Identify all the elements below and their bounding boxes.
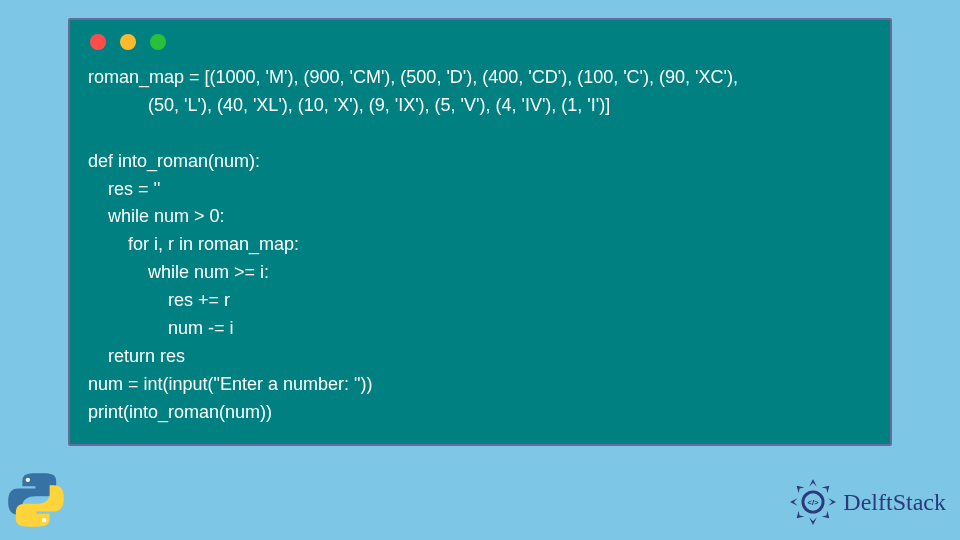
maximize-dot-icon (150, 34, 166, 50)
svg-marker-9 (797, 486, 805, 494)
delftstack-logo: </> DelftStack (789, 478, 946, 526)
svg-point-0 (26, 478, 30, 482)
code-block: roman_map = [(1000, 'M'), (900, 'CM'), (… (88, 64, 872, 427)
code-window: roman_map = [(1000, 'M'), (900, 'CM'), (… (68, 18, 892, 446)
window-controls (88, 34, 872, 50)
svg-text:</>: </> (808, 498, 820, 507)
svg-marker-6 (822, 486, 830, 494)
python-logo-icon (6, 470, 66, 530)
minimize-dot-icon (120, 34, 136, 50)
close-dot-icon (90, 34, 106, 50)
svg-marker-8 (797, 511, 805, 519)
svg-marker-7 (822, 511, 830, 519)
svg-marker-2 (810, 479, 818, 487)
svg-point-1 (42, 518, 46, 522)
svg-marker-3 (829, 498, 837, 506)
svg-marker-5 (790, 498, 798, 506)
svg-marker-4 (810, 517, 818, 525)
delftstack-brand-text: DelftStack (843, 489, 946, 516)
delftstack-emblem-icon: </> (789, 478, 837, 526)
